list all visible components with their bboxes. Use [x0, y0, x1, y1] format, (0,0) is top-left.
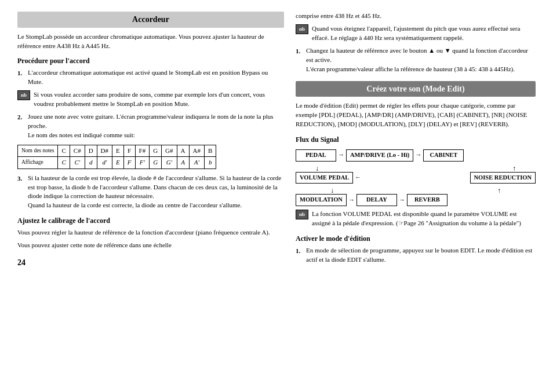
calibrage-text2: Vous pouvez ajuster cette note de référe…	[17, 241, 284, 250]
connector-right2-up: ↑	[497, 186, 501, 194]
signal-delay: DELAY	[356, 194, 397, 206]
step1-text: L'accordeur chromatique automatique est …	[28, 68, 284, 87]
signal-reverb: REVERB	[407, 194, 448, 206]
note2-icon: nb	[296, 24, 308, 34]
step3-text: Si la hauteur de la corde est trop élevé…	[28, 174, 284, 211]
signal-ampdrive: AMP/DRIVE (Lo - Hi)	[346, 149, 413, 162]
signal-row-1: PEDAL → AMP/DRIVE (Lo - Hi) → CABINET	[296, 149, 536, 162]
right-column: comprise entre 438 Hz et 445 Hz. nb Quan…	[296, 12, 536, 380]
section2-intro: Le mode d'édition (Edit) permet de régle…	[296, 101, 536, 129]
note-1: nb Si vous voulez accorder sans produire…	[17, 90, 284, 109]
table-row1-label: Nom des notes	[18, 145, 58, 156]
step-right1-text: Changez la hauteur de référence avec le …	[306, 46, 536, 74]
signal-pedal: PEDAL	[296, 149, 336, 162]
signal-modulation: MODULATION	[296, 194, 347, 206]
right-text1: comprise entre 438 Hz et 445 Hz.	[296, 12, 536, 21]
note-2: nb Quand vous éteignez l'appareil, l'aju…	[296, 24, 536, 43]
section2-title: Créez votre son (Mode Edit)	[296, 81, 536, 97]
intro-text: Le StompLab possède un accordeur chromat…	[17, 32, 284, 51]
activer-step1: 1. En mode de sélection de programme, ap…	[296, 246, 536, 265]
connector-right-down: ↑	[512, 164, 516, 172]
page-number: 24	[17, 257, 284, 269]
activer-title: Activer le mode d'édition	[296, 234, 536, 244]
signal-row-2: VOLUME PEDAL ← NOISE REDUCTION	[296, 172, 536, 184]
note3-icon: nb	[296, 210, 308, 219]
connector-left-down: ↓	[315, 164, 319, 172]
step-3: 3. Si la hauteur de la corde est trop él…	[17, 174, 284, 211]
calibrage-text1: Vous pouvez régler la hauteur de référen…	[17, 228, 284, 237]
step-2: 2. Jouez une note avec votre guitare. L'…	[17, 112, 284, 140]
note3-text: La fonction VOLUME PEDAL est disponible …	[312, 210, 536, 228]
step2-text: Jouez une note avec votre guitare. L'écr…	[28, 113, 273, 129]
activer-step1-text: En mode de sélection de programme, appuy…	[306, 246, 536, 265]
signal-cabinet: CABINET	[423, 149, 464, 162]
note1-text: Si vous voulez accorder sans produire de…	[34, 90, 284, 109]
note2-text: Quand vous éteignez l'appareil, l'ajuste…	[312, 24, 536, 43]
section-title: Accordeur	[17, 12, 284, 28]
notes-table: Nom des notes C C# D D# E F F# G G# A A#…	[17, 145, 216, 169]
subsection2-title: Ajustez le calibrage de l'accord	[17, 216, 284, 226]
signal-noisereduction: NOISE REDUCTION	[470, 172, 536, 184]
table-row2-label: Affichage	[18, 157, 58, 168]
note-3: nb La fonction VOLUME PEDAL est disponib…	[296, 210, 536, 228]
signal-row-3: MODULATION → DELAY → REVERB	[296, 194, 536, 206]
flux-title: Flux du Signal	[296, 135, 536, 145]
step-1: 1. L'accordeur chromatique automatique e…	[17, 68, 284, 87]
connector-left2-down: ↓	[330, 186, 334, 194]
signal-volumepedal: VOLUME PEDAL	[296, 172, 353, 184]
step-right1: 1. Changez la hauteur de référence avec …	[296, 46, 536, 74]
signal-diagram: PEDAL → AMP/DRIVE (Lo - Hi) → CABINET ↓ …	[296, 149, 536, 206]
step2b-text: Le nom des notes est indiqué comme suit:	[28, 131, 135, 138]
subsection1-title: Procédure pour l'accord	[17, 56, 284, 66]
note1-icon: nb	[17, 90, 30, 100]
left-column: Accordeur Le StompLab possède un accorde…	[17, 12, 284, 380]
